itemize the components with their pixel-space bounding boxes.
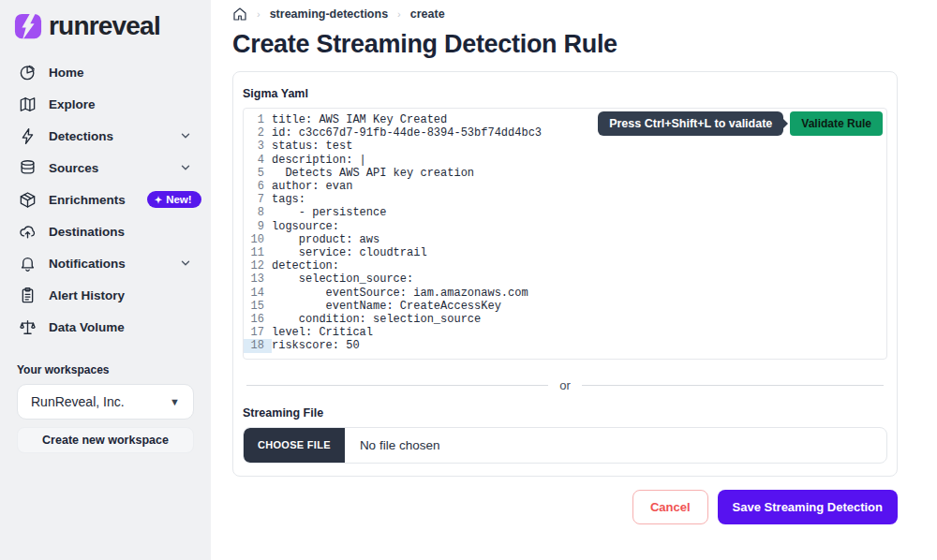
sidebar-item-home[interactable]: Home bbox=[0, 56, 211, 88]
line-number: 15 bbox=[244, 300, 272, 313]
chevron-down-icon bbox=[179, 129, 192, 142]
code-line[interactable]: 13 selection_source: bbox=[244, 273, 886, 286]
line-number: 4 bbox=[244, 154, 272, 167]
sidebar-item-label: Destinations bbox=[49, 225, 125, 239]
line-number: 13 bbox=[244, 273, 272, 286]
sidebar-item-sources[interactable]: Sources bbox=[0, 152, 211, 184]
map-icon bbox=[19, 96, 37, 113]
sidebar-item-label: Data Volume bbox=[49, 320, 125, 334]
chevron-down-icon: ▼ bbox=[170, 396, 180, 407]
sparkle-icon: ✦ bbox=[155, 195, 162, 205]
cancel-button[interactable]: Cancel bbox=[632, 490, 708, 524]
code-text: selection_source: bbox=[272, 273, 413, 286]
line-number: 3 bbox=[244, 140, 272, 153]
database-icon bbox=[19, 159, 37, 177]
workspace-selector[interactable]: RunReveal, Inc. ▼ bbox=[17, 384, 194, 420]
line-number: 11 bbox=[244, 246, 272, 259]
code-text: logsource: bbox=[272, 220, 339, 233]
code-text: - persistence bbox=[272, 206, 386, 219]
divider-line bbox=[246, 385, 548, 386]
code-text: title: AWS IAM Key Created bbox=[272, 113, 447, 126]
line-number: 5 bbox=[244, 167, 272, 180]
code-line[interactable]: 9logsource: bbox=[244, 220, 886, 233]
sigma-yaml-label: Sigma Yaml bbox=[243, 87, 887, 100]
sigma-yaml-editor[interactable]: Press Ctrl+Shift+L to validate Validate … bbox=[243, 108, 887, 360]
choose-file-button[interactable]: CHOOSE FILE bbox=[244, 428, 345, 463]
code-text: detection: bbox=[272, 259, 339, 273]
validate-shortcut-tooltip: Press Ctrl+Shift+L to validate bbox=[598, 111, 783, 136]
code-line[interactable]: 10 product: aws bbox=[244, 233, 886, 246]
badge-label: New! bbox=[166, 194, 191, 205]
sidebar-item-alert-history[interactable]: Alert History bbox=[0, 279, 211, 311]
code-line[interactable]: 12detection: bbox=[244, 259, 886, 273]
workspace-selected-name: RunReveal, Inc. bbox=[31, 394, 125, 409]
code-text: description: | bbox=[272, 154, 366, 167]
line-number: 17 bbox=[244, 326, 272, 339]
code-text: id: c3cc67d7-91fb-44de-8394-53bf74dd4bc3 bbox=[272, 126, 542, 140]
line-number: 14 bbox=[244, 287, 272, 300]
file-upload-input[interactable]: CHOOSE FILE No file chosen bbox=[243, 427, 887, 464]
brand-logo[interactable]: runreveal bbox=[0, 0, 211, 47]
line-number: 18 bbox=[244, 339, 272, 352]
line-number: 10 bbox=[244, 233, 272, 246]
breadcrumb-streaming-detections[interactable]: streaming-detections bbox=[270, 7, 388, 21]
code-line[interactable]: 3status: test bbox=[244, 140, 886, 153]
sidebar-item-label: Enrichments bbox=[49, 193, 126, 207]
validate-rule-button[interactable]: Validate Rule bbox=[790, 111, 883, 136]
breadcrumb-separator: › bbox=[397, 8, 401, 20]
code-line[interactable]: 6author: evan bbox=[244, 180, 886, 193]
code-line[interactable]: 17level: Critical bbox=[244, 326, 886, 339]
code-line[interactable]: 14 eventSource: iam.amazonaws.com bbox=[244, 287, 886, 300]
workspace-section: Your workspaces RunReveal, Inc. ▼ Create… bbox=[17, 363, 194, 453]
rule-form-card: Sigma Yaml Press Ctrl+Shift+L to validat… bbox=[232, 71, 898, 477]
form-actions: Cancel Save Streaming Detection bbox=[232, 490, 898, 524]
code-text: author: evan bbox=[272, 180, 352, 193]
line-number: 2 bbox=[244, 126, 272, 140]
sidebar-item-notifications[interactable]: Notifications bbox=[0, 247, 211, 279]
code-line[interactable]: 16 condition: selection_source bbox=[244, 313, 886, 326]
code-text: eventSource: iam.amazonaws.com bbox=[272, 287, 528, 300]
line-number: 7 bbox=[244, 193, 272, 206]
sidebar-item-explore[interactable]: Explore bbox=[0, 88, 211, 120]
create-workspace-button[interactable]: Create new workspace bbox=[17, 427, 194, 453]
code-line[interactable]: 18riskscore: 50 bbox=[244, 339, 886, 352]
cloud-upload-icon bbox=[19, 223, 37, 241]
code-text: eventName: CreateAccessKey bbox=[272, 300, 501, 313]
code-text: level: Critical bbox=[272, 326, 373, 339]
sidebar-item-enrichments[interactable]: Enrichments✦New! bbox=[0, 184, 211, 215]
clipboard-icon bbox=[19, 287, 37, 304]
brand-name: runreveal bbox=[49, 11, 160, 41]
sidebar: runreveal HomeExploreDetectionsSourcesEn… bbox=[0, 0, 211, 560]
new-badge: ✦New! bbox=[147, 191, 201, 208]
code-line[interactable]: 15 eventName: CreateAccessKey bbox=[244, 300, 886, 313]
line-number: 16 bbox=[244, 313, 272, 326]
sidebar-item-label: Sources bbox=[49, 161, 98, 175]
sidebar-item-label: Explore bbox=[49, 97, 96, 111]
sidebar-item-detections[interactable]: Detections bbox=[0, 120, 211, 152]
code-line[interactable]: 11 service: cloudtrail bbox=[244, 246, 886, 259]
sidebar-item-destinations[interactable]: Destinations bbox=[0, 215, 211, 247]
sidebar-item-data-volume[interactable]: Data Volume bbox=[0, 311, 211, 343]
runreveal-logo-icon bbox=[13, 12, 43, 40]
breadcrumb-create[interactable]: create bbox=[410, 7, 445, 21]
line-number: 12 bbox=[244, 259, 272, 273]
code-line[interactable]: 5 Detects AWS API key creation bbox=[244, 167, 886, 180]
code-line[interactable]: 7tags: bbox=[244, 193, 886, 206]
sidebar-item-label: Detections bbox=[49, 129, 113, 143]
line-number: 1 bbox=[244, 113, 272, 126]
file-chosen-status: No file chosen bbox=[360, 438, 440, 452]
or-divider: or bbox=[246, 378, 884, 392]
code-line[interactable]: 4description: | bbox=[244, 154, 886, 167]
code-text: product: aws bbox=[272, 233, 379, 246]
line-number: 8 bbox=[244, 206, 272, 219]
or-label: or bbox=[548, 378, 582, 392]
streaming-file-label: Streaming File bbox=[243, 406, 887, 420]
scale-icon bbox=[19, 318, 37, 336]
code-text: status: test bbox=[272, 140, 352, 153]
home-icon[interactable] bbox=[232, 7, 247, 22]
chevron-down-icon bbox=[179, 161, 192, 174]
code-line[interactable]: 8 - persistence bbox=[244, 206, 886, 219]
lightning-icon bbox=[19, 127, 37, 145]
code-text: tags: bbox=[272, 193, 305, 206]
save-streaming-detection-button[interactable]: Save Streaming Detection bbox=[718, 490, 898, 524]
